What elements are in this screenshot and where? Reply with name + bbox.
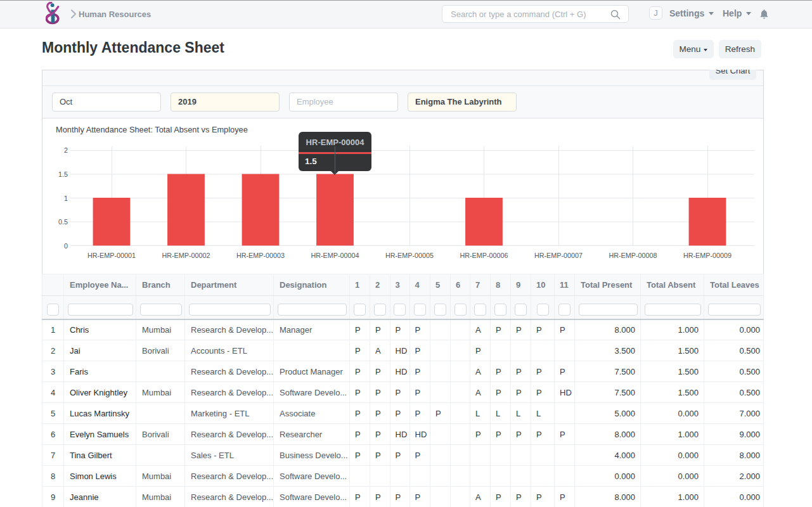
svg-text:HR-EMP-00003: HR-EMP-00003 <box>236 252 285 259</box>
svg-text:0.5: 0.5 <box>58 218 68 226</box>
svg-text:2: 2 <box>64 146 68 154</box>
svg-text:HR-EMP-00004: HR-EMP-00004 <box>311 252 359 259</box>
svg-text:1.5: 1.5 <box>58 170 68 178</box>
svg-text:HR-EMP-00009: HR-EMP-00009 <box>683 252 731 259</box>
svg-text:HR-EMP-00007: HR-EMP-00007 <box>534 252 583 259</box>
svg-text:HR-EMP-00006: HR-EMP-00006 <box>460 252 508 259</box>
svg-text:1: 1 <box>64 195 68 202</box>
svg-text:HR-EMP-00008: HR-EMP-00008 <box>609 252 657 259</box>
svg-text:HR-EMP-00005: HR-EMP-00005 <box>385 252 434 259</box>
svg-text:HR-EMP-00001: HR-EMP-00001 <box>87 252 136 259</box>
svg-text:0: 0 <box>64 242 68 250</box>
svg-text:HR-EMP-00002: HR-EMP-00002 <box>162 252 210 259</box>
